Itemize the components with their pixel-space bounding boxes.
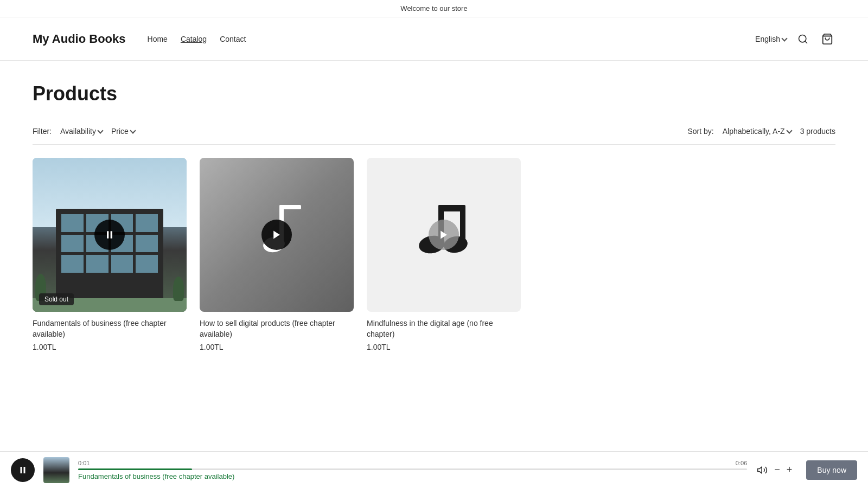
product-card-1[interactable]: Sold out Fundamentals of business (free …: [33, 158, 187, 351]
header: My Audio Books Home Catalog Contact Engl…: [0, 17, 868, 61]
top-banner: Welcome to our store: [0, 0, 868, 17]
tree-right: [173, 277, 184, 301]
product-image-3: [367, 158, 521, 312]
pause-overlay-1[interactable]: [94, 220, 125, 250]
svg-rect-4: [111, 231, 112, 238]
play-overlay-3[interactable]: [429, 220, 459, 250]
product-name-2: How to sell digital products (free chapt…: [200, 318, 354, 339]
product-image-1: Sold out: [33, 158, 187, 312]
product-price-3: 1.00TL: [367, 343, 521, 351]
availability-label: Availability: [60, 127, 96, 136]
main-nav: Home Catalog Contact: [148, 35, 246, 43]
sort-right: Sort by: Alphabetically, A-Z 3 products: [687, 127, 835, 136]
availability-filter[interactable]: Availability: [60, 127, 103, 136]
filter-left: Filter: Availability Price: [33, 127, 135, 136]
nav-contact[interactable]: Contact: [220, 35, 246, 43]
product-price-2: 1.00TL: [200, 343, 354, 351]
product-card-3[interactable]: Mindfulness in the digital age (no free …: [367, 158, 521, 351]
header-right: English: [755, 31, 835, 47]
svg-rect-6: [279, 205, 301, 209]
language-label: English: [755, 35, 780, 43]
main-content: Products Filter: Availability Price Sort…: [0, 61, 868, 406]
svg-marker-14: [441, 231, 447, 239]
site-title[interactable]: My Audio Books: [33, 32, 126, 46]
product-image-2: [200, 158, 354, 312]
product-grid: Sold out Fundamentals of business (free …: [33, 158, 521, 351]
sort-label: Sort by:: [687, 127, 713, 136]
sort-selector[interactable]: Alphabetically, A-Z: [723, 127, 792, 136]
price-chevron-icon: [130, 127, 136, 133]
products-count: 3 products: [800, 127, 835, 136]
search-button[interactable]: [795, 31, 810, 47]
sort-chevron-icon: [786, 127, 792, 133]
cart-button[interactable]: [819, 31, 835, 47]
sold-out-badge-1: Sold out: [39, 293, 74, 305]
lang-chevron-icon: [781, 35, 787, 41]
price-label: Price: [111, 127, 129, 136]
language-selector[interactable]: English: [755, 35, 787, 43]
nav-catalog[interactable]: Catalog: [181, 35, 207, 43]
product-name-1: Fundamentals of business (free chapter a…: [33, 318, 187, 339]
sort-value: Alphabetically, A-Z: [723, 127, 785, 136]
product-name-3: Mindfulness in the digital age (no free …: [367, 318, 521, 339]
filter-label: Filter:: [33, 127, 52, 136]
filter-bar: Filter: Availability Price Sort by: Alph…: [33, 127, 835, 145]
page-title: Products: [33, 82, 835, 105]
svg-rect-3: [107, 231, 108, 238]
product-price-1: 1.00TL: [33, 343, 187, 351]
product-card-2[interactable]: How to sell digital products (free chapt…: [200, 158, 354, 351]
svg-line-1: [805, 41, 807, 43]
cart-icon: [821, 33, 833, 45]
svg-marker-8: [273, 231, 280, 239]
play-icon: [271, 229, 282, 240]
header-left: My Audio Books Home Catalog Contact: [33, 32, 246, 46]
pause-icon: [104, 229, 115, 240]
search-icon: [797, 34, 808, 44]
play-icon-3: [438, 229, 449, 240]
availability-chevron-icon: [97, 127, 103, 133]
banner-text: Welcome to our store: [400, 4, 467, 12]
price-filter[interactable]: Price: [111, 127, 135, 136]
play-overlay-2[interactable]: [261, 220, 292, 250]
nav-home[interactable]: Home: [148, 35, 168, 43]
